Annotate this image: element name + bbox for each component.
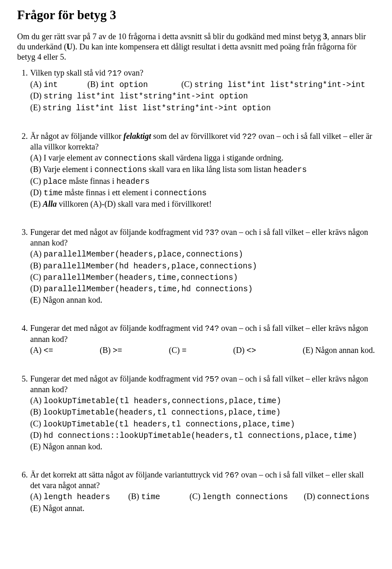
question-4: 4. Fungerar det med något av följande ko… xyxy=(17,323,375,356)
q5-opt-c-code: lookUpTimetable(tl headers,tl connection… xyxy=(43,420,295,429)
q6-opt-c-label: (C) xyxy=(189,492,203,501)
q5-opt-c-label: (C) xyxy=(30,419,43,428)
qnum: 3. xyxy=(17,227,30,237)
intro-bold-3: 3 xyxy=(323,32,327,41)
q3-opt-e: (E) Någon annan kod. xyxy=(30,295,375,305)
qnum: 5. xyxy=(17,374,30,384)
qnum: 4. xyxy=(17,323,30,333)
q2-opt-d-code: time xyxy=(44,189,63,198)
q3-opt-d-code: parallellMember(headers,time,hd connecti… xyxy=(44,285,253,294)
q4-opt-b-label: (B) xyxy=(100,346,113,355)
q5-opt-b-code: lookUpTimetable(headers,tl connections,p… xyxy=(43,408,281,417)
q6-placeholder: ?6? xyxy=(225,471,239,480)
q2-opt-a: skall värdena ligga i stigande ordning. xyxy=(157,153,283,162)
q6-opt-c-code: length connections xyxy=(203,493,288,502)
intro-text: Om du ger rätt svar på 7 av de 10 frågor… xyxy=(17,32,323,41)
intro-bold-u: U xyxy=(67,42,72,51)
q2-opt-d: måste finnas i ett element i xyxy=(62,188,154,197)
q2-opt-c: (C) xyxy=(30,176,43,185)
q2-opt-c: måste finnas i xyxy=(67,176,116,185)
q5-opt-d-label: (D) xyxy=(30,431,44,440)
q4-opt-a-label: (A) xyxy=(30,346,44,355)
q6-opt-b-label: (B) xyxy=(128,492,141,501)
question-6: 6. Är det korrekt att sätta något av föl… xyxy=(17,470,375,513)
q3-opt-a-code: parallellMember(headers,place,connection… xyxy=(44,250,243,259)
q1-opt-e-code: string list*int list list*string*int->in… xyxy=(43,104,271,113)
q3-placeholder: ?3? xyxy=(205,228,219,237)
q6-opt-d-label: (D) xyxy=(304,492,317,501)
q3-opt-d-label: (D) xyxy=(30,284,44,293)
q1-opt-d-code: string list*int list*string*int->int opt… xyxy=(44,92,248,101)
q5-placeholder: ?5? xyxy=(205,375,219,384)
q5-opt-a-label: (A) xyxy=(30,396,44,405)
q1-opt-e-label: (E) xyxy=(30,103,43,112)
q2-text: Är något av följande villkor xyxy=(30,132,123,141)
q1-text: ovan? xyxy=(122,68,143,77)
q4-opt-e: (E) Någon annan kod. xyxy=(303,345,375,356)
q2-opt-c-code2: headers xyxy=(116,177,149,186)
q1-text: Vilken typ skall stå vid xyxy=(30,68,107,77)
q1-opt-d-label: (D) xyxy=(30,91,44,100)
q6-opt-b-code: time xyxy=(141,493,160,502)
q2-opt-d: (D) xyxy=(30,188,44,197)
qnum: 1. xyxy=(17,68,30,78)
q4-opt-a-code: <= xyxy=(44,346,53,355)
q2-opt-d-code2: connections xyxy=(154,189,207,198)
q1-opt-c-label: (C) xyxy=(181,80,194,89)
q2-opt-c-code: place xyxy=(43,177,67,186)
q4-opt-d-code: <> xyxy=(247,346,256,355)
q5-text: Fungerar det med något av följande kodfr… xyxy=(30,374,205,383)
q2-opt-b: skall vara en lika lång lista som listan xyxy=(147,165,274,174)
q5-opt-d-code: hd connections::lookUpTimetable(headers,… xyxy=(44,431,357,440)
q4-text: Fungerar det med något av följande kodfr… xyxy=(30,324,205,332)
q2-opt-e: villkoren (A)-(D) skall vara med i förvi… xyxy=(57,199,212,208)
qnum: 6. xyxy=(17,470,30,480)
question-5: 5. Fungerar det med något av följande ko… xyxy=(17,374,375,452)
question-3: 3. Fungerar det med något av följande ko… xyxy=(17,227,375,305)
q3-opt-b-label: (B) xyxy=(30,261,43,270)
q6-opt-a-code: length headers xyxy=(44,493,110,502)
q2-text: som del av förvillkoret vid xyxy=(151,132,242,141)
q4-placeholder: ?4? xyxy=(205,324,219,333)
q6-opt-d-code: connections xyxy=(317,493,370,502)
q5-opt-b-label: (B) xyxy=(30,407,43,416)
q5-opt-a-code: lookUpTimetable(tl headers,connections,p… xyxy=(44,397,281,406)
q4-opt-c-code: = xyxy=(182,346,187,355)
q1-opt-c-code: string list*int list*string*int->int xyxy=(194,80,365,89)
q3-opt-c-code: parallellMember(headers,time,connections… xyxy=(43,273,238,282)
q3-opt-a-label: (A) xyxy=(30,249,44,258)
qnum: 2. xyxy=(17,131,30,141)
q2-opt-b-code2: headers xyxy=(274,165,307,174)
q2-opt-e-emph: Alla xyxy=(43,199,57,208)
q4-opt-d-label: (D) xyxy=(233,346,247,355)
q6-opt-a-label: (A) xyxy=(30,492,44,501)
intro-paragraph: Om du ger rätt svar på 7 av de 10 frågor… xyxy=(17,31,375,62)
q4-opt-c-label: (C) xyxy=(169,346,182,355)
q4-opt-b-code: >= xyxy=(113,346,122,355)
q1-placeholder: ?1? xyxy=(107,69,122,78)
q6-text: Är det korrekt att sätta något av följan… xyxy=(30,470,225,479)
q5-opt-e: (E) Någon annan kod. xyxy=(30,442,375,452)
q1-opt-b-code: int option xyxy=(100,80,148,89)
q2-opt-b-code: connections xyxy=(94,165,147,174)
q1-opt-b-label: (B) xyxy=(87,80,100,89)
q2-emph: felaktigt xyxy=(123,132,151,141)
question-2: 2. Är något av följande villkor felaktig… xyxy=(17,131,375,209)
q2-opt-a-code: connections xyxy=(105,154,157,163)
q2-opt-a: (A) I varje element av xyxy=(30,153,105,162)
question-1: 1. Vilken typ skall stå vid ?1? ovan? (A… xyxy=(17,68,375,113)
q2-opt-b: (B) Varje element i xyxy=(30,165,94,174)
page-title: Frågor för betyg 3 xyxy=(17,7,375,23)
q1-opt-a-label: (A) xyxy=(30,80,44,89)
q3-opt-b-code: parallellMember(hd headers,place,connect… xyxy=(43,262,257,271)
q3-opt-c-label: (C) xyxy=(30,272,43,281)
q3-text: Fungerar det med något av följande kodfr… xyxy=(30,228,205,237)
q6-opt-e: (E) Något annat. xyxy=(30,503,375,513)
q2-opt-e: (E) xyxy=(30,199,43,208)
q1-opt-a-code: int xyxy=(44,80,58,89)
q2-placeholder: ?2? xyxy=(242,132,256,141)
